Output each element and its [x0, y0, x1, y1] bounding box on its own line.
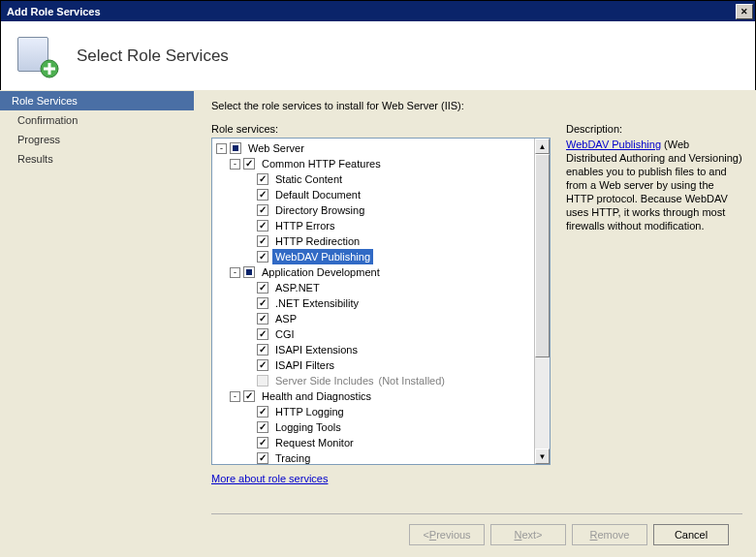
checkbox[interactable]	[257, 452, 268, 464]
tree-node-label[interactable]: Directory Browsing	[272, 202, 367, 218]
tree-node-label[interactable]: ASP	[272, 311, 299, 326]
scroll-down-button[interactable]: ▼	[535, 449, 550, 464]
tree-node-label[interactable]: Web Server	[245, 140, 307, 156]
checkbox[interactable]	[243, 158, 255, 170]
description-text: WebDAV Publishing (Web Distributed Autho…	[566, 138, 742, 232]
tree-node-label[interactable]: HTTP Errors	[272, 218, 338, 233]
checkbox[interactable]	[257, 220, 268, 232]
tree-node[interactable]: HTTP Logging	[243, 404, 534, 419]
close-button[interactable]: ✕	[736, 4, 753, 19]
tree-node-label[interactable]: Common HTTP Features	[259, 156, 384, 171]
tree-node-label[interactable]: ASP.NET	[272, 280, 323, 295]
expand-toggle[interactable]: -	[230, 267, 240, 278]
wizard-step-role-services[interactable]: Role Services	[0, 91, 194, 110]
role-services-tree[interactable]: -Web Server-Common HTTP FeaturesStatic C…	[211, 138, 551, 465]
wizard-steps: Role ServicesConfirmationProgressResults	[0, 90, 194, 557]
wizard-step-confirmation[interactable]: Confirmation	[0, 110, 194, 130]
add-icon	[40, 59, 59, 78]
remove-button[interactable]: Remove	[572, 524, 647, 545]
tree-node[interactable]: Request Monitor	[243, 435, 534, 450]
button-separator	[211, 513, 742, 514]
tree-node[interactable]: Logging Tools	[243, 419, 534, 435]
tree-node[interactable]: HTTP Redirection	[243, 233, 534, 249]
checkbox[interactable]	[257, 282, 268, 294]
tree-node[interactable]: Default Document	[243, 187, 534, 202]
expand-toggle[interactable]: -	[230, 159, 240, 170]
tree-node-label[interactable]: Logging Tools	[272, 419, 344, 435]
tree-node[interactable]: ISAPI Extensions	[243, 342, 534, 357]
tree-node-label[interactable]: Server Side Includes	[272, 373, 377, 388]
tree-node[interactable]: WebDAV Publishing	[243, 249, 534, 264]
tree-node-label[interactable]: ISAPI Filters	[272, 357, 337, 373]
wizard-header: Select Role Services	[1, 21, 755, 91]
tree-node[interactable]: -Common HTTP Features	[230, 156, 534, 171]
tree-node[interactable]: ISAPI Filters	[243, 357, 534, 373]
checkbox[interactable]	[257, 313, 268, 325]
tree-node[interactable]: -Web Server	[216, 140, 534, 156]
more-about-link[interactable]: More about role services	[211, 473, 328, 484]
tree-node-label[interactable]: .NET Extensibility	[272, 295, 362, 311]
checkbox[interactable]	[257, 406, 268, 418]
checkbox[interactable]	[257, 204, 268, 216]
expand-toggle[interactable]: -	[216, 143, 227, 154]
tree-node-label[interactable]: ISAPI Extensions	[272, 342, 361, 357]
tree-node[interactable]: -Application Development	[230, 264, 534, 280]
tree-node[interactable]: CGI	[243, 326, 534, 342]
checkbox[interactable]	[257, 328, 268, 340]
tree-node[interactable]: HTTP Errors	[243, 218, 534, 233]
tree-node-label[interactable]: Health and Diagnostics	[259, 388, 374, 404]
tree-node[interactable]: ASP	[243, 311, 534, 326]
tree-node-label[interactable]: Application Development	[259, 264, 383, 280]
previous-button[interactable]: < Previous	[409, 524, 485, 545]
checkbox[interactable]	[257, 344, 268, 356]
scroll-up-button[interactable]: ▲	[535, 139, 550, 154]
tree-node-label[interactable]: WebDAV Publishing	[272, 249, 373, 264]
tree-node-label[interactable]: CGI	[272, 326, 298, 342]
instruction-text: Select the role services to install for …	[211, 100, 742, 111]
checkbox[interactable]	[257, 189, 268, 201]
checkbox[interactable]	[257, 235, 268, 247]
scroll-thumb[interactable]	[535, 154, 550, 357]
scrollbar[interactable]: ▲ ▼	[534, 139, 550, 464]
checkbox[interactable]	[230, 142, 241, 154]
tree-node[interactable]: Tracing	[243, 450, 534, 464]
checkbox[interactable]	[257, 437, 268, 449]
checkbox[interactable]	[257, 173, 268, 185]
description-label: Description:	[566, 123, 742, 135]
wizard-buttons: < Previous Next > Remove Cancel	[211, 524, 742, 557]
cancel-button[interactable]: Cancel	[653, 524, 729, 545]
tree-node-label[interactable]: Tracing	[272, 450, 313, 464]
tree-node[interactable]: .NET Extensibility	[243, 295, 534, 311]
checkbox[interactable]	[257, 359, 268, 371]
wizard-icon	[15, 34, 59, 78]
tree-node-label[interactable]: Static Content	[272, 171, 345, 187]
tree-node[interactable]: -Health and Diagnostics	[230, 388, 534, 404]
tree-node-label[interactable]: Request Monitor	[272, 435, 357, 450]
svg-rect-2	[44, 67, 55, 70]
checkbox	[257, 375, 268, 387]
description-link[interactable]: WebDAV Publishing	[566, 139, 661, 150]
checkbox[interactable]	[243, 266, 255, 278]
checkbox[interactable]	[257, 297, 268, 309]
tree-node-label[interactable]: Default Document	[272, 187, 363, 202]
tree-node-label[interactable]: HTTP Redirection	[272, 233, 362, 249]
tree-node[interactable]: ASP.NET	[243, 280, 534, 295]
expand-toggle[interactable]: -	[230, 391, 240, 402]
checkbox[interactable]	[257, 421, 268, 433]
window-title: Add Role Services	[7, 6, 736, 17]
wizard-step-progress[interactable]: Progress	[0, 130, 194, 149]
tree-node[interactable]: Server Side Includes (Not Installed)	[243, 373, 534, 388]
role-services-label: Role services:	[211, 123, 551, 135]
tree-node-label[interactable]: HTTP Logging	[272, 404, 347, 419]
checkbox[interactable]	[243, 390, 255, 402]
checkbox[interactable]	[257, 251, 268, 263]
tree-node[interactable]: Static Content	[243, 171, 534, 187]
wizard-step-results[interactable]: Results	[0, 149, 194, 169]
titlebar: Add Role Services ✕	[1, 1, 755, 21]
page-heading: Select Role Services	[77, 46, 229, 66]
next-button[interactable]: Next >	[490, 524, 566, 545]
tree-node[interactable]: Directory Browsing	[243, 202, 534, 218]
